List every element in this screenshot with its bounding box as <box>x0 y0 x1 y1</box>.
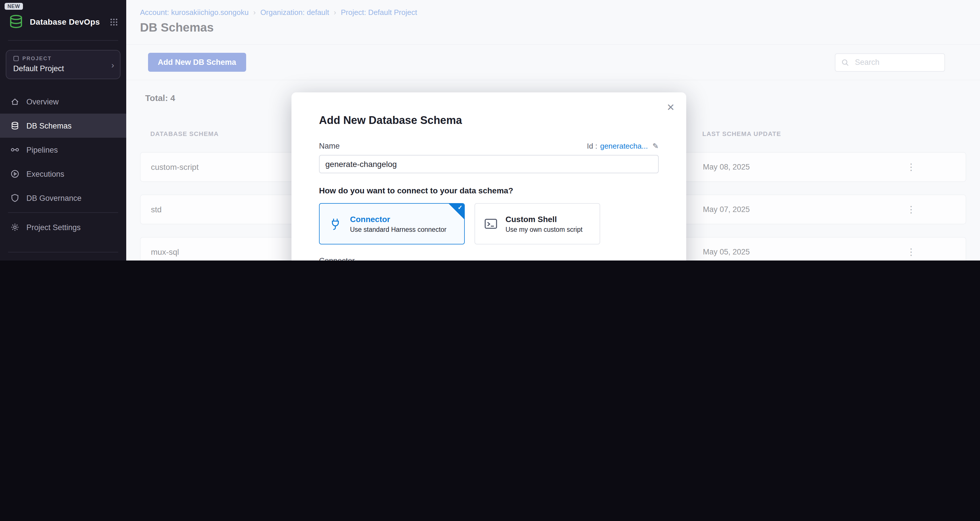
database-devops-logo-icon <box>8 14 24 30</box>
modal-title: Add New Database Schema <box>319 92 659 127</box>
option-title: Connector <box>350 215 446 224</box>
sidebar-item-label: DB Governance <box>26 194 81 202</box>
sidebar: NEW Database DevOps <box>0 0 126 260</box>
sidebar-item-pipelines[interactable]: Pipelines <box>0 138 126 162</box>
divider <box>8 252 118 252</box>
app-title: Database DevOps <box>30 17 100 26</box>
module-grid-icon[interactable] <box>110 18 118 26</box>
overview-icon <box>10 97 19 106</box>
option-title: Custom Shell <box>506 215 582 224</box>
connection-options: ✓ Connector Use standard Harness connect… <box>319 203 659 244</box>
sidebar-item-account-settings[interactable]: Account Settings i <box>0 255 126 260</box>
sidebar-item-label: Project Settings <box>26 223 81 231</box>
option-connector-card[interactable]: ✓ Connector Use standard Harness connect… <box>319 203 465 244</box>
new-badge: NEW <box>5 3 23 10</box>
project-eyebrow: PROJECT <box>13 56 106 61</box>
add-schema-modal: ✕ Add New Database Schema Name Id : gene… <box>291 92 686 260</box>
governance-shield-icon <box>10 193 19 202</box>
chevron-right-icon: › <box>111 60 114 69</box>
option-subtitle: Use standard Harness connector <box>350 226 446 233</box>
sidebar-item-label: Executions <box>26 170 64 178</box>
sidebar-nav: Overview DB Schemas Pipe <box>0 89 126 210</box>
sidebar-item-overview[interactable]: Overview <box>0 89 126 114</box>
edit-pencil-icon[interactable]: ✎ <box>652 142 659 150</box>
connector-label: Connector <box>319 256 659 260</box>
sidebar-item-executions[interactable]: Executions <box>0 162 126 186</box>
option-custom-shell-card[interactable]: Custom Shell Use my own custom script <box>474 203 600 244</box>
option-subtitle: Use my own custom script <box>506 226 582 233</box>
sidebar-item-project-settings[interactable]: Project Settings <box>0 215 126 239</box>
connect-question: How do you want to connect to your data … <box>319 186 659 196</box>
sidebar-item-label: Pipelines <box>26 145 58 154</box>
sidebar-item-db-schemas[interactable]: DB Schemas <box>0 114 126 138</box>
sidebar-item-label: Overview <box>26 97 59 106</box>
id-prefix: Id : <box>587 142 597 150</box>
id-group: Id : generatecha... ✎ <box>587 142 659 150</box>
name-label: Name <box>319 142 340 150</box>
divider <box>8 40 118 41</box>
schema-name-input[interactable] <box>319 155 659 173</box>
executions-icon <box>10 169 19 178</box>
check-icon: ✓ <box>458 204 463 210</box>
db-schemas-icon <box>10 121 19 130</box>
connector-plug-icon <box>328 217 342 231</box>
app: NEW Database DevOps <box>0 0 980 260</box>
pipelines-icon <box>10 145 19 155</box>
sidebar-item-db-governance[interactable]: DB Governance <box>0 186 126 210</box>
project-selector[interactable]: PROJECT Default Project › <box>6 50 121 79</box>
project-icon <box>13 56 19 61</box>
name-field-row: Name Id : generatecha... ✎ <box>319 140 659 151</box>
id-value-link[interactable]: generatecha... <box>600 142 648 150</box>
project-eyebrow-label: PROJECT <box>22 56 52 61</box>
project-name: Default Project <box>13 64 106 73</box>
sidebar-item-label: DB Schemas <box>26 121 72 130</box>
divider <box>8 212 118 213</box>
gear-icon <box>10 223 19 232</box>
close-icon[interactable]: ✕ <box>667 102 675 114</box>
terminal-icon <box>484 217 498 231</box>
